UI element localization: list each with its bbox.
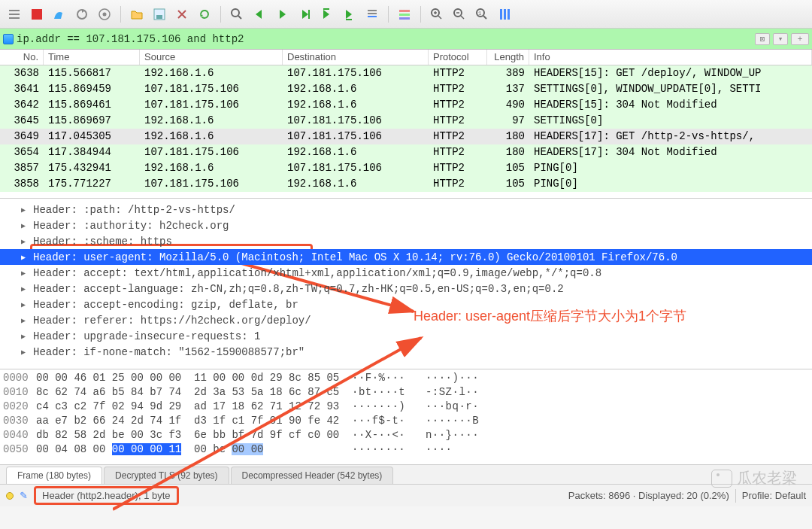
save-icon[interactable]	[150, 5, 169, 24]
detail-line[interactable]: ▶Header: user-agent: Mozilla/5.0 (Macint…	[0, 249, 812, 265]
detail-line[interactable]: ▶Header: upgrade-insecure-requests: 1	[0, 328, 812, 344]
packet-row[interactable]: 3645115.869697192.168.1.6107.181.175.106…	[0, 113, 812, 129]
svg-rect-2	[9, 17, 20, 19]
packet-row[interactable]: 3654117.384944107.181.175.106192.168.1.6…	[0, 144, 812, 160]
hex-row[interactable]: 005000 04 08 00 00 00 00 11 00 be 00 00·…	[3, 442, 809, 457]
svg-rect-15	[399, 14, 410, 16]
zoom-reset-icon[interactable]: 1	[472, 5, 492, 24]
last-icon[interactable]	[340, 5, 359, 24]
hex-row[interactable]: 000000 00 46 01 25 00 00 00 11 00 00 0d …	[3, 371, 809, 385]
packet-row[interactable]: 3641115.869459107.181.175.106192.168.1.6…	[0, 81, 812, 97]
zoom-in-icon[interactable]	[427, 5, 447, 24]
detail-line[interactable]: ▶Header: accept-language: zh-CN,zh;q=0.8…	[0, 281, 812, 296]
detail-line[interactable]: ▶Header: referer: https://h2check.org/de…	[0, 312, 812, 328]
add-filter-icon[interactable]: +	[791, 33, 809, 45]
col-dst[interactable]: Destination	[283, 50, 429, 65]
svg-rect-16	[399, 17, 410, 20]
svg-rect-11	[368, 10, 377, 11]
svg-rect-13	[368, 16, 377, 17]
hex-row[interactable]: 00108c 62 74 a6 b5 84 b7 74 2d 3a 53 5a …	[3, 385, 809, 400]
shark-fin-icon[interactable]	[50, 5, 69, 24]
col-no[interactable]: No.	[0, 50, 44, 65]
detail-line[interactable]: ▶Header: accept-encoding: gzip, deflate,…	[0, 296, 812, 312]
svg-rect-22	[504, 9, 506, 20]
col-src[interactable]: Source	[140, 50, 283, 65]
resize-cols-icon[interactable]	[495, 5, 514, 24]
svg-point-9	[232, 9, 239, 17]
jump-to-icon[interactable]	[295, 5, 314, 24]
hex-row[interactable]: 0040db 82 58 2d be 00 3c f3 6e bb bf 7d …	[3, 428, 809, 442]
packet-row[interactable]: 3858175.771227107.181.175.106192.168.1.6…	[0, 176, 812, 192]
zoom-out-icon[interactable]	[450, 5, 469, 24]
detail-line[interactable]: ▶Header: :scheme: https	[0, 233, 812, 249]
clear-filter-icon[interactable]: ⊠	[755, 33, 770, 45]
close-icon[interactable]	[172, 5, 192, 24]
bookmark-icon[interactable]	[3, 34, 14, 44]
options-icon[interactable]	[95, 5, 114, 24]
svg-point-6	[103, 12, 107, 16]
packet-row[interactable]: 3638115.566817192.168.1.6107.181.175.106…	[0, 65, 812, 81]
detail-line[interactable]: ▶Header: accept: text/html,application/x…	[0, 265, 812, 281]
find-icon[interactable]	[227, 5, 247, 24]
packet-row[interactable]: 3642115.869461107.181.175.106192.168.1.6…	[0, 97, 812, 113]
edit-icon[interactable]: ✎	[20, 490, 28, 501]
status-packets: Packets: 8696 · Displayed: 20 (0.2%)	[568, 490, 729, 501]
watermark: 瓜农老梁	[711, 468, 797, 488]
first-icon[interactable]	[317, 5, 337, 24]
bytes-tab[interactable]: Frame (180 bytes)	[6, 467, 102, 484]
svg-rect-12	[368, 13, 377, 14]
hex-row[interactable]: 0020c4 c3 c2 7f 02 94 9d 29 ad 17 18 62 …	[3, 400, 809, 414]
hex-row[interactable]: 0030aa e7 b2 66 24 2d 74 1f d3 1f c1 7f …	[3, 414, 809, 428]
prev-icon[interactable]	[250, 5, 269, 24]
detail-line[interactable]: ▶Header: :path: /http-2-vs-https/	[0, 202, 812, 217]
bytes-tab[interactable]: Decrypted TLS (92 bytes)	[104, 467, 229, 484]
bytes-tabs: Frame (180 bytes)Decrypted TLS (92 bytes…	[0, 464, 812, 484]
packet-list[interactable]: 3638115.566817192.168.1.6107.181.175.106…	[0, 65, 812, 198]
packet-list-header: No. Time Source Destination Protocol Len…	[0, 50, 812, 65]
svg-rect-3	[32, 9, 42, 20]
svg-rect-8	[156, 15, 162, 19]
autoscroll-icon[interactable]	[362, 5, 382, 24]
display-filter-bar: ⊠ ▾ +	[0, 29, 812, 50]
svg-rect-14	[399, 10, 410, 12]
detail-line[interactable]: ▶Header: if-none-match: "1562-1590088577…	[0, 344, 812, 360]
packet-row[interactable]: 3857175.432941192.168.1.6107.181.175.106…	[0, 160, 812, 176]
col-len[interactable]: Length	[487, 50, 529, 65]
reload-icon[interactable]	[195, 5, 214, 24]
svg-rect-0	[9, 10, 20, 11]
svg-text:1: 1	[478, 11, 481, 17]
display-filter-input[interactable]	[17, 33, 752, 45]
col-proto[interactable]: Protocol	[429, 50, 487, 65]
restart-icon[interactable]	[72, 5, 92, 24]
svg-rect-23	[508, 9, 510, 20]
detail-line[interactable]: ▶Header: :authority: h2check.org	[0, 217, 812, 233]
svg-rect-21	[500, 9, 502, 20]
col-info[interactable]: Info	[529, 50, 812, 65]
bytes-tab[interactable]: Decompressed Header (542 bytes)	[231, 467, 394, 484]
colorize-icon[interactable]	[395, 5, 414, 24]
open-file-icon[interactable]	[127, 5, 147, 24]
expert-info-icon[interactable]	[6, 492, 14, 500]
svg-rect-10	[308, 10, 310, 19]
packet-details[interactable]: Header: user-agent压缩后字节大小为1个字节 ▶Header: …	[0, 198, 812, 369]
svg-rect-1	[9, 14, 20, 15]
status-field: Header (http2.header), 1 byte	[42, 490, 171, 501]
list-icon[interactable]	[5, 5, 24, 24]
status-bar: ✎ Header (http2.header), 1 byte Packets:…	[0, 484, 812, 506]
main-toolbar: 1	[0, 0, 812, 29]
packet-row[interactable]: 3649117.045305192.168.1.6107.181.175.106…	[0, 129, 812, 144]
capture-stop-icon[interactable]	[27, 5, 47, 24]
status-profile[interactable]: Profile: Default	[742, 490, 806, 501]
hex-view[interactable]: 000000 00 46 01 25 00 00 00 11 00 00 0d …	[0, 369, 812, 464]
wechat-icon	[711, 470, 732, 488]
next-icon[interactable]	[272, 5, 292, 24]
expression-icon[interactable]: ▾	[773, 33, 788, 45]
annotation-box-status: Header (http2.header), 1 byte	[34, 486, 179, 505]
col-time[interactable]: Time	[44, 50, 140, 65]
